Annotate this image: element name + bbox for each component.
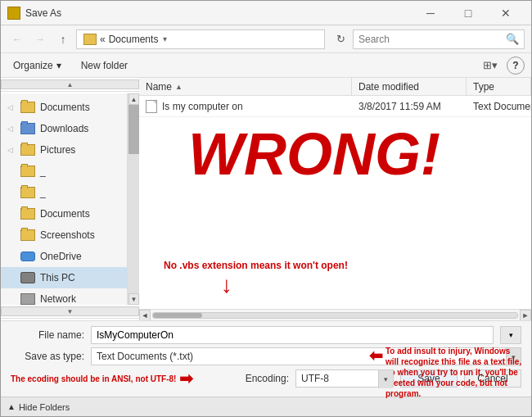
titlebar: Save As ─ □ ✕ (1, 1, 531, 25)
sidebar-item-pictures[interactable]: ◁ Pictures (1, 139, 127, 161)
sidebar-item-screenshots[interactable]: Screenshots (1, 224, 127, 246)
sidebar-item-label: _ (40, 165, 46, 177)
filename-label: File name: (11, 329, 84, 341)
address-bar[interactable]: « Documents ▾ (76, 29, 325, 49)
close-button[interactable]: ✕ (487, 1, 525, 25)
sidebar-item-documents-pinned[interactable]: ◁ Documents (1, 97, 127, 118)
wrong-annotation: WRONG! (188, 120, 440, 188)
col-header-name[interactable]: Name ▲ (139, 78, 352, 95)
sidebar-item-documents2[interactable]: Documents (1, 203, 127, 224)
scroll-down-button[interactable]: ▼ (1, 306, 139, 316)
sidebar-item-blank1[interactable]: _ (1, 161, 127, 182)
window-icon (7, 7, 20, 20)
folder-icon-thispc (20, 272, 35, 283)
bottom-area: File name: ▾ Save as type: Text Document… (1, 320, 531, 397)
hscroll-left-button[interactable]: ◄ (139, 310, 151, 321)
savetype-dropdown[interactable]: Text Documents (*.txt) ▾ (91, 347, 521, 365)
encoding-annotation: The ecoding should be in ANSI, not UTF-8… (11, 369, 239, 388)
encoding-dropdown[interactable]: UTF-8 ▾ (295, 369, 394, 388)
filelist-main: Name ▲ Date modified Type (139, 78, 531, 320)
new-folder-button[interactable]: New folder (74, 57, 135, 75)
sidebar-item-downloads[interactable]: ◁ Downloads (1, 118, 127, 139)
organize-arrow-icon: ▾ (56, 60, 61, 71)
hscroll-track[interactable] (152, 312, 518, 319)
file-date: 3/8/2017 11:59 AM (358, 101, 441, 112)
sidebar-scroll-track[interactable] (128, 105, 139, 293)
pin-icon: ◁ (7, 146, 16, 154)
sidebar-scrollbar[interactable]: ▲ ▼ (128, 93, 139, 305)
hide-folders-label: Hide Folders (19, 402, 70, 412)
view-icon: ⊞ (483, 59, 492, 71)
folder-icon-blank1 (20, 165, 35, 177)
folder-icon-onedrive (20, 252, 35, 261)
right-arrow-encoding-icon: ➡ (179, 369, 193, 388)
help-button[interactable]: ? (507, 57, 525, 75)
pin-icon: ◁ (7, 125, 16, 133)
file-cell-name: Is my computer on (139, 100, 352, 113)
filename-dropdown-button[interactable]: ▾ (500, 326, 521, 344)
folder-icon-pictures (20, 144, 35, 156)
savetype-row: Save as type: Text Documents (*.txt) ▾ ⬅… (11, 347, 521, 365)
sidebar-item-network[interactable]: Network (1, 288, 127, 305)
folder-icon-blank2 (20, 187, 35, 198)
horizontal-scrollbar[interactable]: ◄ ► (139, 309, 531, 320)
sidebar-item-label: _ (40, 187, 46, 198)
search-box[interactable]: 🔍 (353, 29, 525, 49)
up-button[interactable]: ↑ (53, 29, 73, 49)
forward-button[interactable]: → (30, 29, 50, 49)
save-button[interactable]: Save (400, 369, 458, 388)
maximize-button[interactable]: □ (449, 1, 487, 25)
sidebar-scroll-up[interactable]: ▲ (128, 93, 139, 105)
file-cell-date: 3/8/2017 11:59 AM (352, 101, 467, 112)
sidebar-scroll-down[interactable]: ▼ (128, 293, 139, 305)
sidebar-scroll-top: ▲ (1, 78, 139, 92)
novbs-annotation: No .vbs extension means it won't open! (164, 260, 348, 271)
organize-button[interactable]: Organize ▾ (7, 57, 67, 75)
savetype-arrow-icon: ▾ (506, 348, 521, 366)
hide-folders-button[interactable]: ▲ Hide Folders (7, 402, 70, 412)
scroll-up-button[interactable]: ▲ (1, 79, 139, 89)
sidebar-item-thispc[interactable]: This PC (1, 267, 127, 288)
minimize-button[interactable]: ─ (412, 1, 449, 25)
cancel-button[interactable]: Cancel (464, 369, 521, 388)
sidebar-item-label: Documents (40, 102, 90, 113)
savetype-label: Save as type: (11, 351, 84, 362)
hide-folders-bar: ▲ Hide Folders (1, 397, 531, 416)
filelist-body[interactable]: Is my computer on 3/8/2017 11:59 AM Text… (139, 96, 531, 309)
folder-icon-downloads (20, 123, 35, 134)
folder-icon-docs2 (20, 208, 35, 220)
annotation-overlay: WRONG! No .vbs extension means it won't … (139, 96, 531, 309)
organize-label: Organize (13, 60, 53, 71)
col-header-type[interactable]: Type (467, 78, 531, 95)
view-button[interactable]: ⊞ ▾ (480, 57, 500, 75)
savetype-value: Text Documents (*.txt) (97, 351, 499, 362)
col-header-date[interactable]: Date modified (352, 78, 467, 95)
sidebar-item-label: Downloads (40, 123, 88, 134)
filename-input[interactable] (91, 326, 494, 344)
back-button[interactable]: ← (7, 29, 27, 49)
txt-file-icon (146, 100, 157, 113)
hscroll-right-button[interactable]: ► (520, 310, 531, 321)
sidebar-item-label: Documents (40, 208, 90, 220)
sidebar-item-label: Network (40, 293, 76, 305)
sidebar-item-blank2[interactable]: _ (1, 182, 127, 203)
table-row[interactable]: Is my computer on 3/8/2017 11:59 AM Text… (139, 96, 531, 117)
organize-toolbar: Organize ▾ New folder ⊞ ▾ ? (1, 53, 531, 78)
sort-arrow-icon: ▲ (175, 83, 183, 91)
sidebar-item-label: Pictures (40, 144, 75, 156)
titlebar-buttons: ─ □ ✕ (412, 1, 525, 25)
sidebar-item-onedrive[interactable]: OneDrive (1, 246, 127, 267)
refresh-button[interactable]: ↻ (331, 30, 349, 48)
folder-icon-network (20, 293, 35, 305)
address-dropdown-arrow: ▾ (163, 34, 167, 43)
hide-folders-arrow-icon: ▲ (7, 402, 16, 411)
file-list: Name ▲ Date modified Type (139, 78, 531, 320)
address-chevrons: « (100, 34, 106, 45)
search-input[interactable] (358, 34, 503, 45)
encoding-row: The ecoding should be in ANSI, not UTF-8… (11, 369, 521, 388)
down-arrow-icon: ↓ (221, 272, 232, 298)
view-dropdown-icon: ▾ (492, 59, 498, 71)
file-type: Text Document (473, 101, 531, 112)
file-name: Is my computer on (162, 101, 243, 112)
file-cell-type: Text Document (467, 101, 531, 112)
